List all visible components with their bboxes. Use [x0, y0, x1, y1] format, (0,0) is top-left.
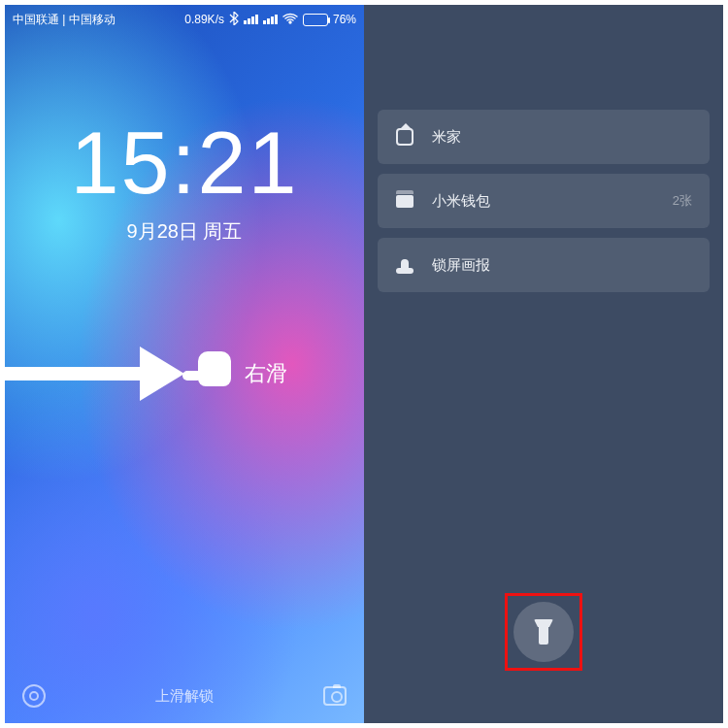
unlock-hint: 上滑解锁 [155, 687, 214, 706]
fist-icon [192, 351, 231, 396]
lock-screen: 中国联通 | 中国移动 0.89K/s 76% 15:21 9月28日 周五 [5, 5, 364, 723]
flashlight-icon [537, 619, 550, 645]
carrier-label: 中国联通 | 中国移动 [13, 12, 116, 28]
wifi-icon [282, 13, 298, 27]
card-label: 米家 [432, 128, 461, 147]
card-label: 小米钱包 [432, 192, 490, 211]
carrier-2: 中国移动 [69, 13, 116, 26]
battery-percent: 76% [333, 13, 356, 26]
bluetooth-icon [229, 12, 239, 28]
lock-date: 9月28日 周五 [5, 218, 364, 245]
swipe-right-annotation: 右滑 [5, 347, 287, 401]
theme-button[interactable] [22, 684, 46, 708]
camera-button[interactable] [323, 686, 347, 706]
shortcut-screen: 米家 小米钱包 2张 锁屏画报 [364, 5, 723, 723]
arrow-head-icon [140, 347, 184, 401]
status-bar: 中国联通 | 中国移动 0.89K/s 76% [5, 5, 364, 34]
card-badge: 2张 [673, 192, 692, 210]
battery-icon [303, 14, 328, 26]
card-label: 锁屏画报 [432, 256, 490, 275]
signal-bars-1-icon [244, 15, 258, 24]
flashlight-highlight [505, 593, 582, 671]
wallet-icon [395, 191, 414, 211]
swipe-right-label: 右滑 [245, 359, 287, 388]
card-wallet[interactable]: 小米钱包 2张 [378, 174, 710, 228]
lock-clock: 15:21 [5, 119, 364, 207]
mi-home-icon [395, 127, 414, 147]
arrow-shaft-icon [5, 367, 141, 381]
card-lockscreen-magazine[interactable]: 锁屏画报 [378, 238, 710, 292]
card-mijia[interactable]: 米家 [378, 110, 710, 164]
flashlight-button[interactable] [513, 602, 574, 662]
signal-bars-2-icon [263, 15, 278, 24]
magazine-icon [395, 255, 414, 275]
net-speed: 0.89K/s [184, 13, 224, 26]
carrier-1: 中国联通 [13, 13, 59, 26]
